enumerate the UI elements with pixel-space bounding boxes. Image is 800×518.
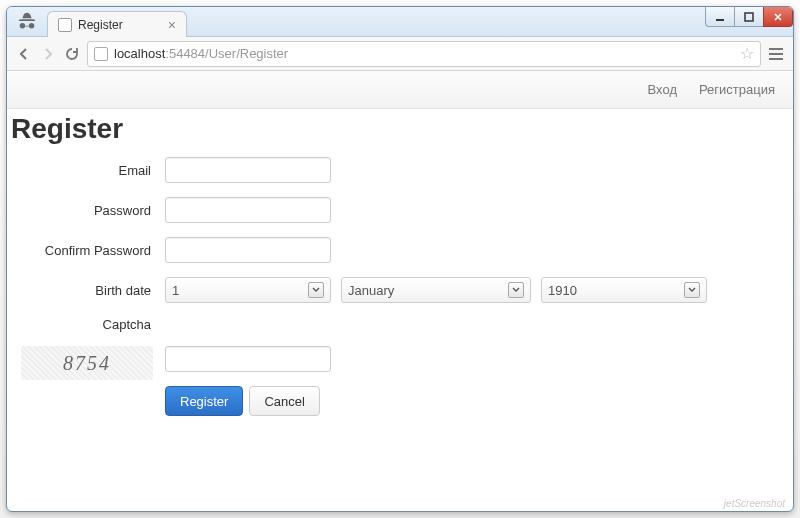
browser-menu-icon[interactable]: [767, 48, 785, 60]
password-input[interactable]: [165, 197, 331, 223]
address-bar[interactable]: localhost:54484/User/Register ☆: [87, 41, 761, 67]
birth-month-select[interactable]: January: [341, 277, 531, 303]
page-heading: Register: [11, 113, 793, 145]
chevron-down-icon: [684, 282, 700, 298]
nav-forward-button[interactable]: [39, 45, 57, 63]
birth-year-select[interactable]: 1910: [541, 277, 707, 303]
site-navbar: Вход Регистрация: [7, 71, 793, 109]
window-controls: [706, 7, 793, 27]
email-input[interactable]: [165, 157, 331, 183]
page-favicon-icon: [58, 18, 72, 32]
window-maximize-button[interactable]: [734, 7, 764, 27]
bookmark-star-icon[interactable]: ☆: [740, 44, 754, 63]
svg-rect-0: [716, 19, 724, 21]
window-close-button[interactable]: [763, 7, 793, 27]
url-text: localhost:54484/User/Register: [114, 46, 734, 61]
cancel-button[interactable]: Cancel: [249, 386, 319, 416]
tab-close-icon[interactable]: ×: [158, 17, 176, 33]
page-icon: [94, 47, 108, 61]
nav-back-button[interactable]: [15, 45, 33, 63]
captcha-label: Captcha: [7, 317, 165, 332]
browser-window: Register × localhost:5448: [6, 6, 794, 512]
chevron-down-icon: [508, 282, 524, 298]
window-minimize-button[interactable]: [705, 7, 735, 27]
browser-toolbar: localhost:54484/User/Register ☆: [7, 37, 793, 71]
birth-date-label: Birth date: [7, 283, 165, 298]
register-button[interactable]: Register: [165, 386, 243, 416]
browser-tab[interactable]: Register ×: [47, 11, 187, 37]
confirm-password-input[interactable]: [165, 237, 331, 263]
nav-login-link[interactable]: Вход: [648, 82, 677, 97]
browser-titlebar: Register ×: [7, 7, 793, 37]
nav-register-link[interactable]: Регистрация: [699, 82, 775, 97]
svg-rect-1: [745, 13, 753, 21]
captcha-input[interactable]: [165, 346, 331, 372]
register-form: Email Password Confirm Password Birth da…: [7, 157, 793, 416]
page-content: Register Email Password Confirm Password…: [7, 109, 793, 426]
birth-day-select[interactable]: 1: [165, 277, 331, 303]
email-label: Email: [7, 163, 165, 178]
incognito-icon: [15, 10, 39, 34]
watermark: jetScreenshot: [724, 498, 785, 509]
tab-title: Register: [78, 18, 123, 32]
nav-reload-button[interactable]: [63, 45, 81, 63]
password-label: Password: [7, 203, 165, 218]
chevron-down-icon: [308, 282, 324, 298]
confirm-password-label: Confirm Password: [7, 243, 165, 258]
